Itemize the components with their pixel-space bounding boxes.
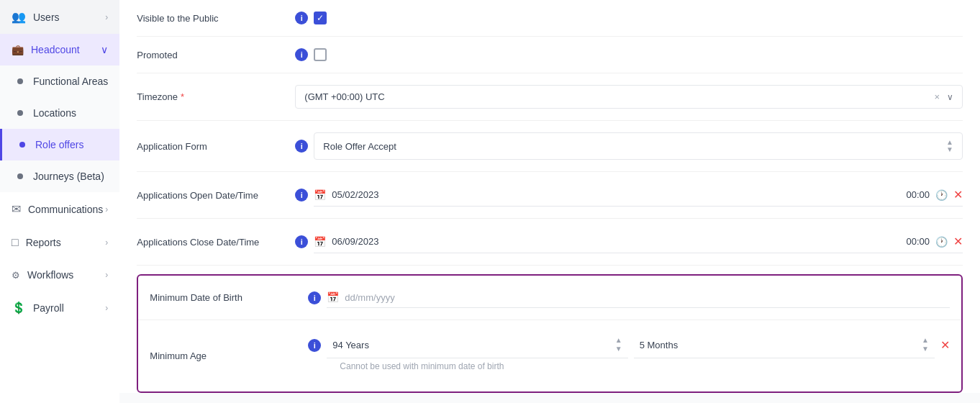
chevron-right-icon: ›	[105, 237, 108, 248]
applications-open-time[interactable]: 00:00	[906, 189, 930, 200]
sidebar-label: Locations	[33, 107, 76, 119]
applications-close-control: i 📅 06/09/2023 00:00 🕐 ✕	[295, 230, 963, 253]
promoted-row: Promoted i	[137, 37, 963, 73]
applications-close-label: Applications Close Date/Time	[137, 237, 295, 248]
timezone-select[interactable]: (GMT +00:00) UTC × ∨	[295, 85, 963, 109]
communications-icon: ✉	[12, 202, 21, 216]
chevron-right-icon: ›	[105, 204, 108, 214]
info-icon[interactable]: i	[295, 12, 308, 24]
applications-open-row: Applications Open Date/Time i 📅 05/02/20…	[137, 172, 963, 219]
sidebar-item-users[interactable]: 👥 Users ›	[0, 0, 119, 34]
sidebar-item-locations[interactable]: Locations	[0, 97, 119, 129]
chevron-right-icon: ›	[105, 270, 108, 280]
payroll-icon: 💲	[12, 301, 26, 314]
info-icon[interactable]: i	[308, 291, 321, 304]
reports-icon: □	[12, 236, 19, 249]
chevron-right-icon: ›	[105, 12, 108, 22]
sidebar-item-role-offers[interactable]: Role offers	[0, 129, 119, 160]
clear-close-date-icon[interactable]: ✕	[953, 235, 963, 248]
min-age-months-select[interactable]: 5 Months ▲ ▼	[634, 332, 935, 358]
arrow-down-icon: ▼	[615, 345, 622, 353]
applications-open-label: Applications Open Date/Time	[137, 190, 295, 201]
timezone-label: Timezone *	[137, 91, 295, 102]
chevron-right-icon: ›	[105, 303, 108, 313]
applications-open-date[interactable]: 05/02/2023	[332, 189, 613, 200]
application-form-row: Application Form i Role Offer Accept ▲ ▼	[137, 121, 963, 172]
dot-icon	[17, 110, 23, 116]
sidebar: 👥 Users › 💼 Headcount ∨ Functional Areas…	[0, 0, 119, 403]
users-icon: 👥	[12, 10, 26, 24]
applications-close-row: Applications Close Date/Time i 📅 06/09/2…	[137, 219, 963, 266]
sidebar-label: Reports	[26, 237, 61, 248]
min-age-hint: Cannot be used with minimum date of birt…	[308, 361, 515, 380]
min-age-years-select[interactable]: 94 Years ▲ ▼	[327, 332, 627, 358]
promoted-control: i	[295, 48, 963, 61]
applications-close-time[interactable]: 00:00	[906, 236, 930, 247]
sidebar-item-functional-areas[interactable]: Functional Areas	[0, 65, 119, 97]
arrow-down-icon: ▼	[946, 146, 953, 153]
min-dob-control: i 📅 dd/mm/yyyy	[308, 287, 950, 308]
sidebar-label: Communications	[28, 204, 103, 215]
info-icon[interactable]: i	[295, 140, 308, 153]
sidebar-sub-headcount: Functional Areas Locations Role offers J…	[0, 65, 119, 192]
application-form-select[interactable]: Role Offer Accept ▲ ▼	[314, 132, 963, 160]
visible-to-public-checkbox[interactable]	[314, 12, 327, 24]
promoted-label: Promoted	[137, 50, 295, 60]
workflows-icon: ⚙	[12, 270, 20, 281]
calendar-icon: 📅	[314, 189, 326, 201]
clock-icon[interactable]: 🕐	[935, 189, 948, 201]
arrow-up-icon: ▲	[615, 336, 622, 345]
required-marker: *	[181, 91, 184, 102]
sidebar-label: Payroll	[33, 302, 64, 314]
sidebar-item-workflows[interactable]: ⚙ Workflows ›	[0, 259, 119, 291]
applications-open-control: i 📅 05/02/2023 00:00 🕐 ✕	[295, 184, 963, 207]
min-dob-row: Minimum Date of Birth i 📅 dd/mm/yyyy	[138, 276, 961, 320]
clear-min-age-icon[interactable]: ✕	[940, 338, 950, 352]
timezone-value: (GMT +00:00) UTC	[304, 91, 384, 102]
info-icon[interactable]: i	[295, 48, 308, 61]
sidebar-label: Headcount	[31, 44, 80, 55]
visible-to-public-row: Visible to the Public i	[137, 0, 963, 37]
sidebar-item-journeys[interactable]: Journeys (Beta)	[0, 160, 119, 192]
sidebar-item-headcount[interactable]: 💼 Headcount ∨	[0, 34, 119, 65]
timezone-control: (GMT +00:00) UTC × ∨	[295, 85, 963, 109]
chevron-down-icon[interactable]: ∨	[947, 92, 953, 102]
applications-close-date-input: 📅 06/09/2023 00:00 🕐 ✕	[314, 230, 963, 253]
headcount-icon: 💼	[12, 44, 24, 55]
calendar-icon: 📅	[327, 291, 339, 303]
form-area: Visible to the Public i Promoted i Timez…	[119, 0, 980, 393]
sidebar-label: Users	[33, 12, 60, 23]
calendar-icon: 📅	[314, 236, 326, 248]
dot-icon	[19, 142, 25, 148]
applications-open-date-input: 📅 05/02/2023 00:00 🕐 ✕	[314, 184, 963, 207]
min-age-years-value: 94 Years	[332, 340, 369, 350]
sidebar-label: Workflows	[27, 269, 73, 281]
highlighted-age-section: Minimum Date of Birth i 📅 dd/mm/yyyy Min…	[137, 274, 963, 393]
info-icon[interactable]: i	[295, 235, 308, 248]
dot-icon	[17, 173, 23, 179]
chevron-down-icon: ∨	[101, 44, 108, 55]
application-form-control: i Role Offer Accept ▲ ▼	[295, 132, 963, 160]
arrow-up-icon: ▲	[922, 336, 929, 345]
sidebar-item-payroll[interactable]: 💲 Payroll ›	[0, 291, 119, 325]
applications-close-date[interactable]: 06/09/2023	[332, 236, 613, 247]
dot-icon	[17, 78, 23, 84]
sidebar-label: Journeys (Beta)	[33, 171, 104, 182]
info-icon[interactable]: i	[295, 189, 308, 202]
clear-open-date-icon[interactable]: ✕	[953, 188, 963, 202]
clock-icon[interactable]: 🕐	[935, 236, 948, 248]
sidebar-label: Functional Areas	[33, 76, 108, 87]
timezone-row: Timezone * (GMT +00:00) UTC × ∨	[137, 73, 963, 121]
arrow-down-icon: ▼	[922, 345, 929, 353]
application-form-value: Role Offer Accept	[323, 141, 396, 152]
min-age-control: i 94 Years ▲ ▼ 5 Months ▲	[308, 332, 950, 380]
sidebar-item-communications[interactable]: ✉ Communications ›	[0, 192, 119, 226]
info-icon[interactable]: i	[308, 339, 321, 352]
min-dob-input[interactable]: 📅 dd/mm/yyyy	[327, 287, 950, 308]
sidebar-label: Role offers	[35, 139, 83, 150]
sidebar-item-reports[interactable]: □ Reports ›	[0, 226, 119, 259]
min-dob-placeholder: dd/mm/yyyy	[345, 292, 950, 303]
promoted-checkbox[interactable]	[314, 48, 327, 61]
application-form-label: Application Form	[137, 141, 295, 152]
clear-timezone-icon[interactable]: ×	[934, 91, 940, 102]
